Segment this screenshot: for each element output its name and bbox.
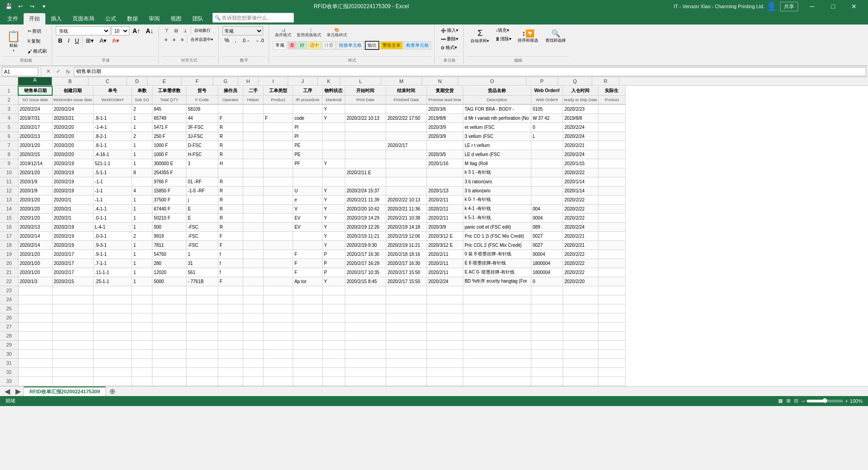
empty-cell[interactable]: [463, 304, 531, 313]
cell-l20[interactable]: 2020/2/17 16:29: [345, 259, 386, 268]
cancel-formula-btn[interactable]: ✕: [44, 68, 52, 76]
cell-c9[interactable]: 521-1-1: [93, 159, 132, 168]
empty-cell[interactable]: [18, 331, 52, 340]
cell-d21[interactable]: 1: [132, 268, 152, 277]
cell-b14[interactable]: 2020/2/1: [52, 204, 93, 213]
cut-button[interactable]: ✂剪切: [25, 27, 49, 35]
empty-cell[interactable]: [563, 367, 598, 377]
redo-quick-btn[interactable]: ↪: [27, 1, 37, 11]
cell-i11[interactable]: [263, 177, 293, 186]
cell-j13[interactable]: e: [293, 195, 322, 204]
cell-e1[interactable]: 工单需求数: [152, 86, 186, 95]
cell-b16[interactable]: 2020/2/19: [52, 222, 93, 231]
empty-cell[interactable]: [386, 340, 427, 349]
cell-l21[interactable]: 2020/2/17 10:35: [345, 268, 386, 277]
cell-f9[interactable]: 3: [186, 159, 218, 168]
cell-r17[interactable]: [598, 231, 625, 240]
cell-f1[interactable]: 货号: [186, 86, 218, 95]
empty-cell[interactable]: [531, 295, 563, 304]
cell-e13[interactable]: 37500 F: [152, 195, 186, 204]
cell-f20[interactable]: 31: [186, 259, 218, 268]
col-header-c[interactable]: C: [88, 77, 127, 85]
cell-d11[interactable]: [132, 177, 152, 186]
cell-a4[interactable]: 2019/7/31: [18, 113, 52, 122]
empty-cell[interactable]: [293, 349, 322, 358]
cell-p6[interactable]: L: [531, 132, 563, 141]
empty-cell[interactable]: [322, 295, 345, 304]
empty-cell[interactable]: [345, 367, 386, 377]
empty-cell[interactable]: [598, 313, 625, 322]
format-cell-button[interactable]: ⚙格式▾: [438, 44, 461, 52]
cell-r5[interactable]: [598, 122, 625, 132]
empty-cell[interactable]: [52, 367, 93, 377]
cell-m10[interactable]: [386, 168, 427, 177]
percent-button[interactable]: %: [222, 36, 232, 44]
cell-m21[interactable]: 2020/2/17 15:50: [386, 268, 427, 277]
cell-h11[interactable]: [243, 177, 263, 186]
cell-d5[interactable]: 1: [132, 122, 152, 132]
cell-f12[interactable]: -1-5 -RF: [186, 186, 218, 195]
empty-cell[interactable]: [152, 286, 186, 295]
font-name-select[interactable]: 等线: [56, 26, 110, 35]
empty-cell[interactable]: [52, 322, 93, 331]
align-top-button[interactable]: ⊤: [162, 27, 171, 34]
cell-e17[interactable]: 9919: [152, 231, 186, 240]
cell-o14[interactable]: k 4-1 -有针线: [463, 204, 531, 213]
cell-f10[interactable]: [186, 168, 218, 177]
cell-e14[interactable]: 67440 F: [152, 204, 186, 213]
cell-g12[interactable]: R: [218, 186, 243, 195]
empty-cell[interactable]: [322, 322, 345, 331]
empty-cell[interactable]: [18, 304, 52, 313]
empty-cell[interactable]: [463, 349, 531, 358]
cell-h18[interactable]: [243, 240, 263, 250]
row-num-15[interactable]: 15: [0, 213, 18, 222]
empty-cell[interactable]: [563, 295, 598, 304]
cell-i17[interactable]: [263, 231, 293, 240]
cell-r14[interactable]: [598, 204, 625, 213]
empty-cell[interactable]: [563, 322, 598, 331]
empty-cell[interactable]: [598, 349, 625, 358]
cell-a10[interactable]: 2020/1/20: [18, 168, 52, 177]
cell-i16[interactable]: [263, 222, 293, 231]
cell-o7[interactable]: LE r t vellum: [463, 141, 531, 150]
row-num-8[interactable]: 8: [0, 150, 18, 159]
cell-i10[interactable]: [263, 168, 293, 177]
cell-n7[interactable]: [427, 141, 463, 150]
style-output[interactable]: 输出: [365, 41, 379, 50]
cell-b12[interactable]: 2020/2/19: [52, 186, 93, 195]
cell-g17[interactable]: F: [218, 231, 243, 240]
cell-d4[interactable]: 1: [132, 113, 152, 122]
cell-o9[interactable]: M Itag (Roll: [463, 159, 531, 168]
empty-cell[interactable]: [263, 304, 293, 313]
cell-n13[interactable]: 2020/2/11: [427, 195, 463, 204]
empty-cell[interactable]: [563, 358, 598, 367]
style-neutral[interactable]: 适中: [308, 41, 321, 49]
cell-k4[interactable]: Y: [322, 113, 345, 122]
sheet-nav-prev[interactable]: ◀: [2, 387, 13, 396]
cell-p22[interactable]: 0: [531, 277, 563, 286]
fill-color-button[interactable]: A▾: [97, 36, 109, 45]
cell-j4[interactable]: code: [293, 113, 322, 122]
empty-cell[interactable]: [93, 295, 132, 304]
empty-cell[interactable]: [345, 322, 386, 331]
sheet-tab-active[interactable]: RFID收单汇报20200224175309: [24, 387, 106, 396]
cell-g3[interactable]: [218, 104, 243, 113]
empty-cell[interactable]: [427, 340, 463, 349]
cell-h3[interactable]: [243, 104, 263, 113]
empty-cell[interactable]: [345, 313, 386, 322]
cell-n4[interactable]: 2019/8/8: [427, 113, 463, 122]
cell-r2[interactable]: Product: [598, 95, 625, 104]
cell-b3[interactable]: 2020/2/24: [52, 104, 93, 113]
cell-c7[interactable]: .8-1-1: [93, 141, 132, 150]
cell-n17[interactable]: 2020/3/12 E: [427, 231, 463, 240]
col-header-a[interactable]: A: [18, 77, 52, 85]
empty-cell[interactable]: [386, 286, 427, 295]
empty-cell[interactable]: [18, 340, 52, 349]
cell-i6[interactable]: [263, 132, 293, 141]
cell-f15[interactable]: E: [186, 213, 218, 222]
cell-a1[interactable]: 销售单日期: [18, 86, 52, 95]
cell-k3[interactable]: Y: [322, 104, 345, 113]
empty-cell[interactable]: [52, 295, 93, 304]
cell-j20[interactable]: F: [293, 259, 322, 268]
empty-cell[interactable]: [152, 358, 186, 367]
